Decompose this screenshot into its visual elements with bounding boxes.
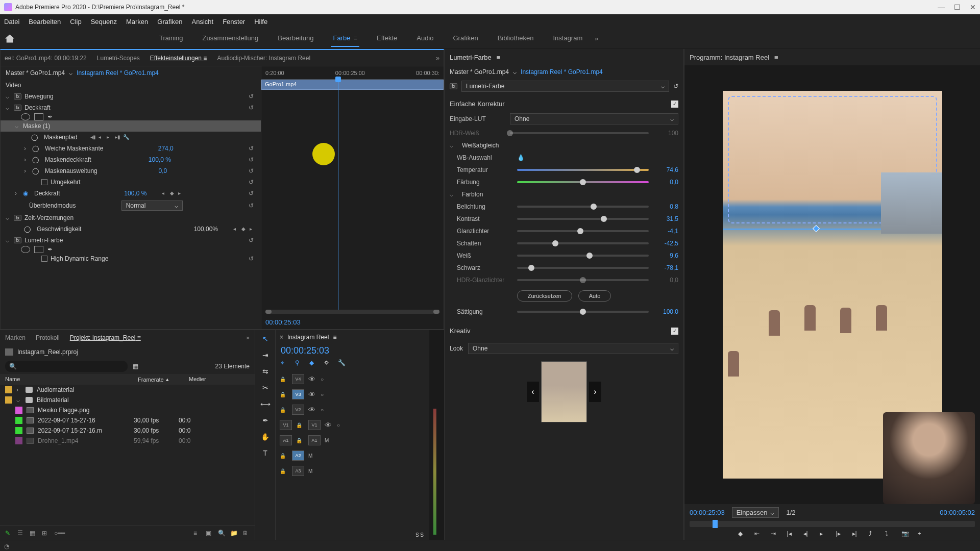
twist-icon[interactable]: ⌵ (6, 104, 11, 111)
shadows-value[interactable]: -42,5 (653, 240, 678, 247)
step-back-icon[interactable]: ◂| (803, 530, 813, 539)
temp-value[interactable]: 74,6 (653, 166, 678, 173)
ws-zusammenstellung[interactable]: Zusammenstellung (200, 30, 260, 47)
ws-audio[interactable]: Audio (414, 30, 435, 47)
lock-icon[interactable]: 🔒 (280, 453, 288, 459)
video-track[interactable]: 🔒V2👁○ (276, 402, 429, 417)
tint-value[interactable]: 0,0 (653, 179, 678, 186)
whites-value[interactable]: 9,6 (653, 252, 678, 259)
clip-bar[interactable]: GoPro1.mp4 (261, 80, 444, 90)
twist-icon[interactable]: ⌵ (6, 214, 11, 221)
razor-tool-icon[interactable]: ✂ (260, 382, 271, 393)
video-track[interactable]: 🔒V3👁○ (276, 387, 429, 402)
menu-marken[interactable]: Marken (126, 18, 148, 26)
program-timecode[interactable]: 00:00:25:03 (690, 509, 725, 516)
mask-rect-button[interactable] (34, 113, 43, 120)
kf-next-icon[interactable]: ▸ (250, 226, 256, 232)
pen-icon[interactable]: ✎ (5, 530, 12, 537)
tab-source[interactable]: eel: GoPro1.mp4: 00:00:19:22 (5, 55, 87, 62)
master-dropdown-icon[interactable]: ⌵ (69, 69, 72, 77)
sequence-clip-link[interactable]: Instagram Reel * GoPro1.mp4 (77, 69, 159, 77)
kf-step-back-icon[interactable]: ◂ (99, 134, 105, 140)
eye-icon[interactable]: 👁 (308, 375, 316, 383)
maskenausw-value[interactable]: 0,0 (159, 167, 167, 174)
mask-pen-button[interactable]: ✒ (47, 113, 57, 120)
sync-lock-icon[interactable]: ○ (321, 377, 324, 382)
sort-icon[interactable]: ≡ (193, 530, 201, 537)
automate-icon[interactable]: ▣ (206, 530, 213, 537)
linked-selection-icon[interactable]: ⚲ (295, 359, 304, 368)
reset-icon[interactable]: ↺ (249, 145, 256, 152)
hand-tool-icon[interactable]: ✋ (260, 431, 271, 442)
basic-enable-checkbox[interactable]: ✓ (671, 101, 678, 108)
kf-wrench-icon[interactable]: 🔧 (123, 134, 129, 140)
kf-add-icon[interactable]: ◆ (170, 190, 176, 196)
mark-in-icon[interactable]: ⇤ (754, 530, 764, 539)
reset-button[interactable]: Zurücksetzen (517, 290, 572, 302)
twist-icon[interactable]: › (24, 156, 29, 163)
lock-icon[interactable]: 🔒 (280, 407, 288, 413)
list-item[interactable]: 2022-09-07 15-27-1630,00 fps00:0 (0, 415, 255, 425)
temp-slider[interactable] (517, 169, 649, 171)
freeform-view-icon[interactable]: ⊞ (42, 530, 49, 537)
audio-track[interactable]: A1🔒A1M (276, 433, 429, 448)
kf-add-icon[interactable]: ◆ (241, 226, 248, 232)
menu-grafiken[interactable]: Grafiken (157, 18, 182, 26)
play-icon[interactable]: ▸ (820, 530, 829, 539)
tab-protokoll[interactable]: Protokoll (36, 334, 60, 341)
mask-ellipse-button[interactable] (21, 246, 30, 253)
menu-clip[interactable]: Clip (70, 18, 81, 26)
lock-icon[interactable]: 🔒 (280, 468, 288, 474)
exposure-slider[interactable] (517, 206, 649, 208)
sync-lock-icon[interactable]: ○ (337, 422, 340, 428)
reset-icon[interactable]: ↺ (673, 83, 678, 90)
kf-next-icon[interactable]: ▸ (178, 190, 184, 196)
kf-prev-icon[interactable]: ◂ (162, 190, 168, 196)
collapse-icon[interactable]: ⌵ (450, 142, 456, 149)
lock-icon[interactable]: 🔒 (280, 377, 288, 382)
settings-icon[interactable]: ⛭ (324, 359, 333, 368)
panel-menu-icon[interactable]: ≡ (203, 55, 207, 62)
mask-pen-button[interactable]: ✒ (47, 246, 57, 253)
lumetri-effect-select[interactable]: Lumetri-Farbe⌵ (461, 81, 669, 92)
close-button[interactable]: ✕ (970, 3, 976, 11)
add-marker-icon[interactable]: ◆ (309, 359, 318, 368)
sync-lock-icon[interactable]: ○ (321, 392, 324, 397)
twist-icon[interactable]: › (24, 145, 29, 152)
ws-training[interactable]: Training (157, 30, 185, 47)
master-dropdown-icon[interactable]: ⌵ (513, 68, 517, 76)
blend-mode-select[interactable]: Normal⌵ (121, 201, 183, 211)
tab-lumetri-scopes[interactable]: Lumetri-Scopes (97, 55, 140, 62)
shadows-slider[interactable] (517, 242, 649, 244)
effect-deckkraft[interactable]: Deckkraft (24, 104, 51, 111)
stopwatch-icon[interactable]: ◯ (24, 226, 31, 233)
audio-track[interactable]: 🔒A2M (276, 448, 429, 463)
mask-label[interactable]: Maske (1) (23, 122, 50, 130)
reset-icon[interactable]: ↺ (249, 190, 256, 197)
mute-button[interactable]: M (308, 453, 316, 459)
menu-hilfe[interactable]: Hilfe (254, 18, 267, 26)
geschw-value[interactable]: 100,00% (194, 226, 218, 233)
highlights-value[interactable]: -4,1 (653, 228, 678, 235)
mask-ellipse-button[interactable] (21, 113, 30, 120)
look-next-button[interactable]: › (589, 382, 601, 402)
panel-overflow-icon[interactable]: » (436, 55, 439, 62)
lift-icon[interactable]: ⤴ (869, 530, 878, 539)
zoom-slider[interactable]: ○━━ (54, 530, 61, 537)
twist-icon[interactable]: ⌵ (6, 237, 11, 244)
audio-track[interactable]: 🔒A3M (276, 463, 429, 479)
track-select-tool-icon[interactable]: ⇥ (260, 349, 271, 361)
timeline-scrollbar[interactable] (265, 310, 439, 314)
new-bin-icon[interactable]: 📁 (230, 530, 237, 537)
button-editor-icon[interactable]: + (918, 530, 927, 539)
tab-marken[interactable]: Marken (5, 334, 26, 341)
lum-clip-link[interactable]: Instagram Reel * GoPro1.mp4 (521, 68, 603, 76)
fx-badge-icon[interactable]: fx (14, 105, 21, 111)
video-track[interactable]: 🔒V4👁○ (276, 371, 429, 387)
collapse-icon[interactable]: ⌵ (450, 191, 456, 198)
kf-prev-icon[interactable]: ◂ (233, 226, 239, 232)
creative-enable-checkbox[interactable]: ✓ (671, 328, 678, 335)
kf-step-fwd-icon[interactable]: ▸▮ (115, 134, 121, 140)
find-icon[interactable]: 🔍 (218, 530, 225, 537)
ws-bibliotheken[interactable]: Bibliotheken (496, 30, 536, 47)
